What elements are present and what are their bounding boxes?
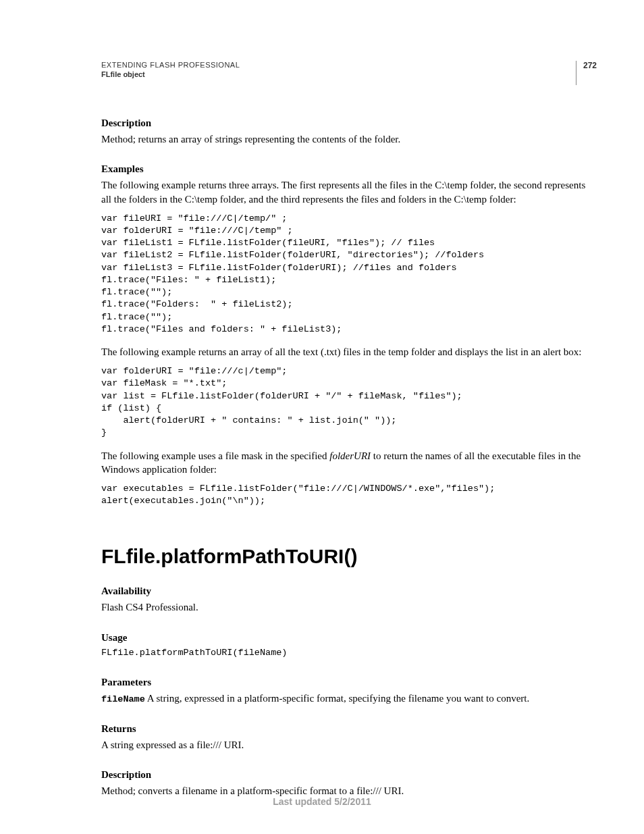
examples-intro-2: The following example returns an array o… [101, 345, 597, 359]
code-block-3: var executables = FLfile.listFolder("fil… [101, 483, 597, 507]
page-header: EXTENDING FLASH PROFESSIONAL FLfile obje… [101, 61, 597, 85]
examples-intro-1: The following example returns three arra… [101, 178, 597, 206]
doc-title: EXTENDING FLASH PROFESSIONAL [101, 61, 240, 69]
italic-folderuri: folderURI [329, 450, 371, 461]
usage-code: FLfile.platformPathToURI(fileName) [101, 647, 597, 659]
description-heading: Description [101, 118, 597, 129]
doc-section: FLfile object [101, 70, 240, 78]
description2-heading: Description [101, 769, 597, 781]
usage-heading: Usage [101, 632, 597, 644]
examples-intro-3: The following example uses a file mask i… [101, 449, 597, 477]
page-number: 272 [576, 61, 597, 85]
param-name-filename: fileName [101, 694, 145, 704]
availability-heading: Availability [101, 585, 597, 597]
footer-updated: Last updated 5/2/2011 [0, 796, 644, 807]
returns-text: A string expressed as a file:/// URI. [101, 738, 597, 752]
text-run: The following example uses a file mask i… [101, 450, 329, 461]
returns-heading: Returns [101, 723, 597, 735]
method-title: FLfile.platformPathToURI() [101, 545, 597, 568]
parameters-heading: Parameters [101, 677, 597, 688]
examples-heading: Examples [101, 163, 597, 175]
code-block-1: var fileURI = "file:///C|/temp/" ; var f… [101, 213, 597, 336]
param-desc: A string, expressed in a platform-specif… [145, 693, 529, 704]
parameter-line: fileName A string, expressed in a platfo… [101, 692, 597, 706]
header-left: EXTENDING FLASH PROFESSIONAL FLfile obje… [101, 61, 240, 78]
availability-text: Flash CS4 Professional. [101, 600, 597, 614]
description-text: Method; returns an array of strings repr… [101, 132, 597, 146]
code-block-2: var folderURI = "file:///c|/temp"; var f… [101, 365, 597, 439]
